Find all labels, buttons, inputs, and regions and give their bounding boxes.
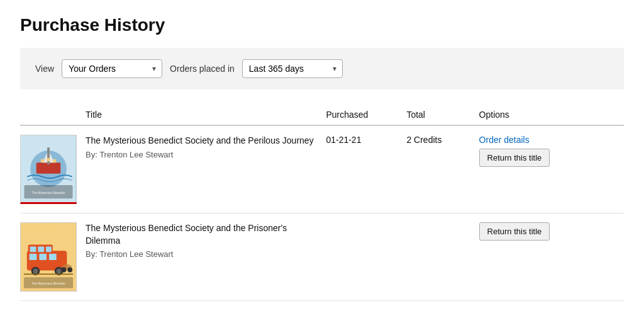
table-row: The Mysterious Benedict The Mysterious B… bbox=[20, 213, 624, 301]
options-cell-2: Return this title bbox=[479, 213, 624, 301]
order-details-link-1[interactable]: Order details bbox=[479, 135, 616, 145]
table-row: The Mysterious Benedict The Mysterious B… bbox=[20, 125, 624, 213]
orders-placed-label: Orders placed in bbox=[170, 64, 235, 74]
book-title-1: The Mysterious Benedict Society and the … bbox=[86, 135, 318, 147]
book-cover-1: The Mysterious Benedict bbox=[20, 135, 77, 204]
svg-text:The Mysterious Benedict: The Mysterious Benedict bbox=[31, 282, 65, 285]
book-author-2: By: Trenton Lee Stewart bbox=[86, 249, 318, 259]
view-select-wrapper[interactable]: Your OrdersShared Orders bbox=[62, 59, 162, 78]
svg-rect-15 bbox=[46, 246, 52, 252]
svg-point-24 bbox=[62, 268, 67, 273]
book-cell-2: The Mysterious Benedict The Mysterious B… bbox=[20, 213, 326, 301]
book-author-1: By: Trenton Lee Stewart bbox=[86, 150, 318, 159]
options-cell-1: Order details Return this title bbox=[479, 125, 624, 213]
purchase-history-table: Title Purchased Total Options bbox=[20, 105, 624, 301]
svg-rect-18 bbox=[49, 254, 57, 260]
purchase-date-1: 01-21-21 bbox=[326, 125, 406, 213]
svg-rect-14 bbox=[38, 246, 44, 252]
purchase-total-2 bbox=[406, 213, 479, 301]
svg-point-5 bbox=[40, 159, 44, 163]
table-header-row: Title Purchased Total Options bbox=[20, 105, 624, 125]
view-label: View bbox=[35, 64, 54, 74]
svg-point-6 bbox=[47, 158, 50, 162]
book-info-2: The Mysterious Benedict Society and the … bbox=[86, 222, 318, 259]
col-header-options: Options bbox=[479, 105, 624, 125]
svg-rect-4 bbox=[47, 147, 50, 164]
col-header-title: Title bbox=[20, 105, 326, 125]
purchase-date-2 bbox=[326, 213, 406, 301]
filter-bar: View Your OrdersShared Orders Orders pla… bbox=[20, 48, 624, 89]
date-select-wrapper[interactable]: Last 30 daysLast 60 daysLast 90 daysLast… bbox=[242, 59, 343, 78]
svg-rect-17 bbox=[39, 254, 47, 260]
book-info-1: The Mysterious Benedict Society and the … bbox=[86, 135, 318, 159]
svg-point-7 bbox=[53, 159, 57, 163]
purchase-total-1: 2 Credits bbox=[406, 125, 479, 213]
col-header-total: Total bbox=[406, 105, 479, 125]
view-select[interactable]: Your OrdersShared Orders bbox=[62, 59, 162, 78]
return-button-2[interactable]: Return this title bbox=[479, 222, 550, 241]
book-cell-1: The Mysterious Benedict The Mysterious B… bbox=[20, 125, 326, 213]
date-range-select[interactable]: Last 30 daysLast 60 daysLast 90 daysLast… bbox=[242, 59, 343, 78]
book-title-2: The Mysterious Benedict Society and the … bbox=[86, 222, 318, 247]
svg-rect-16 bbox=[30, 254, 37, 260]
page-title: Purchase History bbox=[20, 15, 624, 35]
return-button-1[interactable]: Return this title bbox=[479, 149, 550, 167]
col-header-purchased: Purchased bbox=[326, 105, 406, 125]
svg-point-25 bbox=[67, 268, 72, 273]
svg-point-20 bbox=[33, 269, 38, 274]
book-cover-2: The Mysterious Benedict bbox=[20, 222, 77, 292]
svg-point-22 bbox=[57, 269, 62, 274]
svg-text:The Mysterious Benedict: The Mysterious Benedict bbox=[32, 191, 65, 195]
svg-rect-13 bbox=[30, 246, 36, 252]
